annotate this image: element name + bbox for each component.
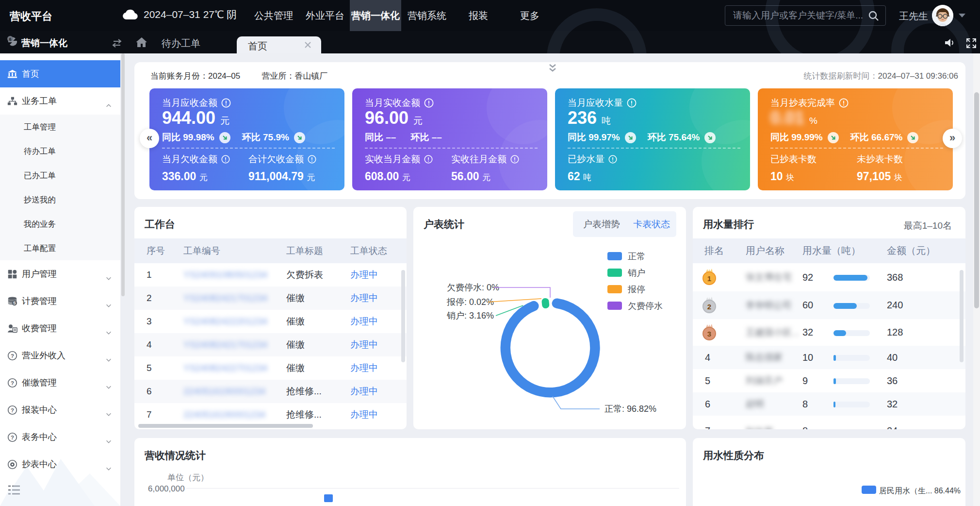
svg-text:正常: 96.82%: 正常: 96.82% <box>604 404 656 414</box>
svg-text:6: 6 <box>9 37 11 42</box>
svg-text:?: ? <box>11 380 14 386</box>
svg-text:S: S <box>13 300 16 305</box>
svg-text:?: ? <box>11 434 14 440</box>
svg-text:报停: 报停 <box>627 285 645 294</box>
svg-text:销户: 3.16%: 销户: 3.16% <box>446 311 494 320</box>
svg-text:?: ? <box>11 353 14 358</box>
svg-text:正常: 正常 <box>628 252 645 261</box>
svg-text:报停: 0.02%: 报停: 0.02% <box>446 297 494 307</box>
svg-text:销户: 销户 <box>627 268 645 278</box>
svg-text:2: 2 <box>707 303 711 311</box>
svg-text:欠费停水: 0%: 欠费停水: 0% <box>447 283 499 292</box>
svg-text:?: ? <box>11 407 14 413</box>
svg-text:3: 3 <box>707 330 711 338</box>
svg-text:1: 1 <box>707 274 711 283</box>
svg-text:欠费停水: 欠费停水 <box>628 301 663 311</box>
